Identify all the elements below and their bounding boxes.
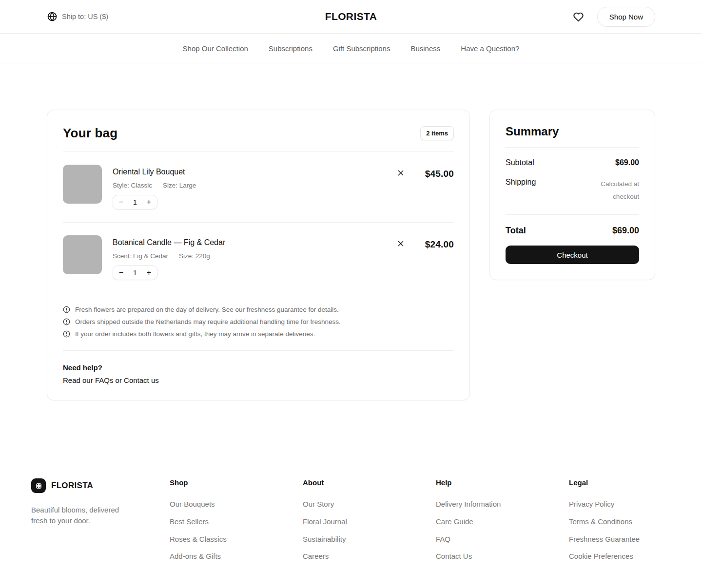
shipping-label: Shipping bbox=[506, 178, 536, 187]
footer-link-cookie-preferences[interactable]: Cookie Preferences bbox=[569, 552, 671, 561]
bag-card: Your bag 2 items Oriental Lily Bouquet S… bbox=[47, 110, 470, 400]
cart-item-row: Botanical Candle — Fig & Cedar Scent: Fi… bbox=[63, 223, 454, 293]
footer-link-terms-conditions[interactable]: Terms & Conditions bbox=[569, 517, 671, 527]
footer-link-best-sellers[interactable]: Best Sellers bbox=[170, 517, 303, 527]
note-text: If your order includes both flowers and … bbox=[75, 330, 315, 338]
bag-title: Your bag bbox=[63, 126, 117, 141]
footer-link-floral-journal[interactable]: Floral Journal bbox=[303, 517, 436, 527]
top-bar: Ship to: US ($) FLORISTA Shop Now bbox=[0, 0, 702, 33]
decrease-quantity-button[interactable]: − bbox=[113, 195, 129, 209]
product-image-placeholder bbox=[63, 165, 102, 204]
checkout-button[interactable]: Checkout bbox=[506, 246, 639, 264]
shop-now-button[interactable]: Shop Now bbox=[597, 7, 655, 27]
need-help-line: Read our FAQs or Contact us bbox=[63, 376, 454, 384]
total-label: Total bbox=[506, 226, 526, 236]
cart-page-main: Your bag 2 items Oriental Lily Bouquet S… bbox=[0, 110, 702, 400]
item-meta: Style: Classic Size: Large bbox=[113, 182, 386, 189]
item-right: $45.00 bbox=[396, 165, 454, 179]
footer-brand-column: FLORISTA Beautiful blooms, delivered fre… bbox=[31, 478, 170, 569]
alert-circle-icon bbox=[63, 318, 70, 325]
footer-link-contact-us[interactable]: Contact Us bbox=[436, 552, 569, 561]
subtotal-row: Subtotal $69.00 bbox=[506, 158, 639, 167]
increase-quantity-button[interactable]: + bbox=[141, 266, 157, 280]
remove-item-button[interactable] bbox=[396, 169, 405, 177]
help-prefix: Read our bbox=[63, 376, 95, 384]
delivery-notes: Fresh flowers are prepared on the day of… bbox=[63, 293, 454, 351]
footer-link-sustainability[interactable]: Sustainability bbox=[303, 535, 436, 544]
faqs-link[interactable]: FAQs bbox=[95, 376, 114, 384]
item-option-style: Style: Classic bbox=[113, 182, 152, 189]
item-price: $24.00 bbox=[424, 239, 454, 250]
note-row: Fresh flowers are prepared on the day of… bbox=[63, 306, 454, 313]
nav-subscriptions[interactable]: Subscriptions bbox=[269, 44, 312, 53]
item-info: Botanical Candle — Fig & Cedar Scent: Fi… bbox=[113, 235, 386, 280]
need-help-block: Need help? Read our FAQs or Contact us bbox=[63, 351, 454, 384]
footer-column-title: Shop bbox=[170, 478, 303, 487]
alert-circle-icon bbox=[63, 306, 70, 313]
globe-icon bbox=[47, 11, 58, 22]
nav-gift-subscriptions[interactable]: Gift Subscriptions bbox=[333, 44, 390, 53]
footer-link-careers[interactable]: Careers bbox=[303, 552, 436, 561]
contact-us-link[interactable]: Contact us bbox=[124, 376, 159, 384]
quantity-stepper: − 1 + bbox=[113, 266, 157, 280]
footer: FLORISTA Beautiful blooms, delivered fre… bbox=[0, 478, 702, 588]
top-bar-actions: Shop Now bbox=[572, 7, 655, 27]
footer-link-delivery-information[interactable]: Delivery Information bbox=[436, 500, 569, 509]
heart-icon bbox=[572, 11, 585, 23]
footer-brand-name: FLORISTA bbox=[51, 481, 93, 491]
shipping-value: Calculated at checkout bbox=[598, 178, 639, 203]
item-option-scent: Scent: Fig & Cedar bbox=[113, 252, 168, 260]
remove-item-button[interactable] bbox=[396, 239, 405, 248]
close-icon bbox=[397, 240, 404, 247]
item-meta: Scent: Fig & Cedar Size: 220g bbox=[113, 252, 386, 260]
summary-divider bbox=[506, 214, 639, 215]
florista-flower-logo-icon bbox=[31, 478, 46, 493]
product-image-placeholder bbox=[63, 235, 102, 274]
footer-column-title: Legal bbox=[569, 478, 671, 487]
item-price: $45.00 bbox=[424, 169, 454, 179]
footer-link-our-story[interactable]: Our Story bbox=[303, 500, 436, 509]
footer-column-about: About Our Story Floral Journal Sustainab… bbox=[303, 478, 436, 569]
footer-link-freshness-guarantee[interactable]: Freshness Guarantee bbox=[569, 535, 671, 544]
footer-link-roses-classics[interactable]: Roses & Classics bbox=[170, 535, 303, 544]
summary-title: Summary bbox=[506, 125, 639, 148]
cart-item-row: Oriental Lily Bouquet Style: Classic Siz… bbox=[63, 152, 454, 223]
subtotal-label: Subtotal bbox=[506, 158, 534, 167]
note-row: Orders shipped outside the Netherlands m… bbox=[63, 318, 454, 325]
note-row: If your order includes both flowers and … bbox=[63, 330, 454, 338]
quantity-value: 1 bbox=[129, 198, 141, 206]
footer-columns: FLORISTA Beautiful blooms, delivered fre… bbox=[0, 478, 702, 569]
item-name: Botanical Candle — Fig & Cedar bbox=[113, 238, 386, 247]
increase-quantity-button[interactable]: + bbox=[141, 195, 157, 209]
quantity-stepper: − 1 + bbox=[113, 195, 157, 209]
help-middle: or bbox=[113, 376, 124, 384]
bag-header: Your bag 2 items bbox=[63, 126, 454, 152]
decrease-quantity-button[interactable]: − bbox=[113, 266, 129, 280]
item-option-size: Size: Large bbox=[163, 182, 196, 189]
summary-card: Summary Subtotal $69.00 Shipping Calcula… bbox=[489, 110, 655, 280]
note-text: Orders shipped outside the Netherlands m… bbox=[75, 318, 341, 325]
item-info: Oriental Lily Bouquet Style: Classic Siz… bbox=[113, 165, 386, 209]
items-count-badge: 2 items bbox=[420, 126, 454, 140]
main-nav: Shop Our Collection Subscriptions Gift S… bbox=[0, 33, 702, 63]
footer-column-legal: Legal Privacy Policy Terms & Conditions … bbox=[569, 478, 671, 569]
note-text: Fresh flowers are prepared on the day of… bbox=[75, 306, 339, 313]
footer-link-addons-gifts[interactable]: Add-ons & Gifts bbox=[170, 552, 303, 561]
total-value: $69.00 bbox=[612, 226, 639, 236]
nav-shop-our-collection[interactable]: Shop Our Collection bbox=[183, 44, 248, 53]
nav-business[interactable]: Business bbox=[410, 44, 440, 53]
alert-circle-icon bbox=[63, 330, 70, 338]
footer-link-our-bouquets[interactable]: Our Bouquets bbox=[170, 500, 303, 509]
item-name: Oriental Lily Bouquet bbox=[113, 168, 386, 176]
wishlist-heart-button[interactable] bbox=[572, 11, 585, 23]
footer-link-faq[interactable]: FAQ bbox=[436, 535, 569, 544]
ship-to-selector[interactable]: Ship to: US ($) bbox=[47, 11, 108, 22]
footer-link-privacy-policy[interactable]: Privacy Policy bbox=[569, 500, 671, 509]
nav-have-a-question[interactable]: Have a Question? bbox=[461, 44, 519, 53]
brand-logo-text[interactable]: FLORISTA bbox=[325, 11, 377, 22]
quantity-value: 1 bbox=[129, 269, 141, 277]
total-row: Total $69.00 bbox=[506, 226, 639, 236]
subtotal-value: $69.00 bbox=[615, 158, 639, 167]
footer-column-help: Help Delivery Information Care Guide FAQ… bbox=[436, 478, 569, 569]
footer-link-care-guide[interactable]: Care Guide bbox=[436, 517, 569, 527]
